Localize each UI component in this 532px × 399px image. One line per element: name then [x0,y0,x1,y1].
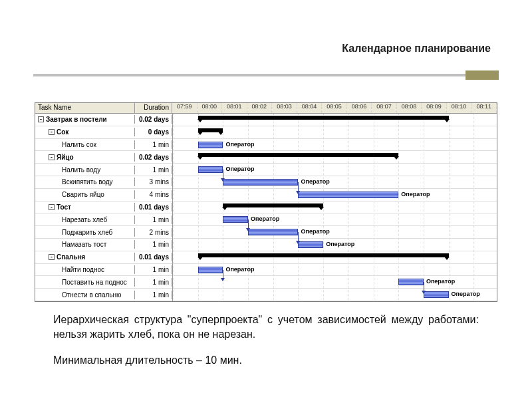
task-bar[interactable] [298,241,323,248]
time-tick: 08:01 [222,103,247,113]
assignee-label: Оператор [426,278,455,285]
time-tick: 08:04 [297,103,323,113]
duration-cell: 1 min [135,240,172,249]
duration-cell: 0.02 days [135,115,172,124]
duration-cell: 4 mins [135,190,172,199]
collapse-icon[interactable]: - [49,204,55,210]
duration-cell: 1 min [135,166,172,174]
assignee-label: Оператор [225,166,254,172]
time-tick: 08:06 [347,103,372,113]
gantt-chart: Task Name Duration 07:5908:0008:0108:020… [35,102,497,302]
assignee-label: Оператор [225,266,254,273]
task-name: Тост [57,203,71,211]
task-name: Налить сок [62,141,96,148]
gantt-header: Task Name Duration 07:5908:0008:0108:020… [35,103,497,114]
summary-bar[interactable] [223,203,323,207]
task-name: Нарезать хлеб [62,216,107,223]
task-name: Завтрак в постели [46,116,107,123]
time-tick: 08:02 [247,103,273,113]
duration-cell: 0.01 days [135,203,172,211]
task-name: Намазать тост [62,241,106,248]
task-name: Яйцо [57,154,74,161]
time-tick: 08:07 [372,103,397,113]
divider [33,70,499,80]
duration-cell: 2 mins [135,228,172,237]
collapse-icon[interactable]: - [49,129,55,135]
task-bar[interactable] [248,229,298,235]
time-tick: 08:00 [198,103,223,113]
slide-title: Календарное планирование [342,43,491,55]
duration-cell: 1 min [135,278,172,287]
duration-cell: 0 days [135,128,172,136]
caption: Иерархическая структура "суперпроекта" с… [53,313,479,380]
time-tick: 08:10 [447,103,472,113]
task-name: Поджарить хлеб [62,229,112,236]
task-bar[interactable] [298,192,398,198]
duration-cell: 1 min [135,291,172,299]
task-bar[interactable] [424,291,449,298]
time-tick: 08:08 [397,103,422,113]
task-bar[interactable] [198,142,223,148]
header-duration[interactable]: Duration [135,103,172,113]
caption-1: Иерархическая структура "суперпроекта" с… [53,313,479,341]
task-name: Спальня [57,253,85,261]
time-tick: 07:59 [172,103,198,113]
summary-bar[interactable] [198,128,223,132]
time-tick: 08:03 [272,103,297,113]
header-task-name[interactable]: Task Name [35,103,135,113]
summary-bar[interactable] [198,116,449,120]
task-bar[interactable] [223,216,248,223]
time-tick: 08:09 [422,103,447,113]
task-name: Вскипятить воду [62,178,113,186]
collapse-icon[interactable]: - [38,116,44,122]
assignee-label: Оператор [301,228,329,235]
assignee-label: Оператор [251,215,279,222]
duration-cell: 1 min [135,140,172,149]
duration-cell: 1 min [135,265,172,274]
task-name: Отнести в спальню [62,291,122,299]
task-name: Найти поднос [62,266,104,273]
task-name: Поставить на поднос [62,279,127,286]
assignee-label: Оператор [401,191,430,198]
assignee-label: Оператор [452,291,480,297]
duration-cell: 0.02 days [135,153,172,162]
chart-area[interactable]: ОператорОператорОператорОператорОператор… [172,114,497,301]
task-bar[interactable] [223,179,298,186]
duration-cell: 1 min [135,215,172,224]
task-name: Сварить яйцо [62,191,104,198]
time-tick: 08:11 [471,103,497,113]
task-bar[interactable] [198,166,223,173]
time-tick: 08:05 [322,103,347,113]
collapse-icon[interactable]: - [49,154,55,160]
assignee-label: Оператор [326,241,354,247]
task-bar[interactable] [398,279,424,285]
duration-cell: 3 mins [135,178,172,186]
timeline-header: 07:5908:0008:0108:0208:0308:0408:0508:06… [172,103,497,113]
task-bar[interactable] [198,267,223,273]
caption-2: Минимальная длительность – 10 мин. [53,353,479,368]
task-name: Налить воду [62,166,100,174]
task-name: Сок [57,128,68,136]
summary-bar[interactable] [198,153,399,157]
summary-bar[interactable] [198,253,449,257]
duration-cell: 0.01 days [135,253,172,261]
assignee-label: Оператор [225,141,254,148]
assignee-label: Оператор [301,178,329,185]
collapse-icon[interactable]: - [49,254,55,260]
